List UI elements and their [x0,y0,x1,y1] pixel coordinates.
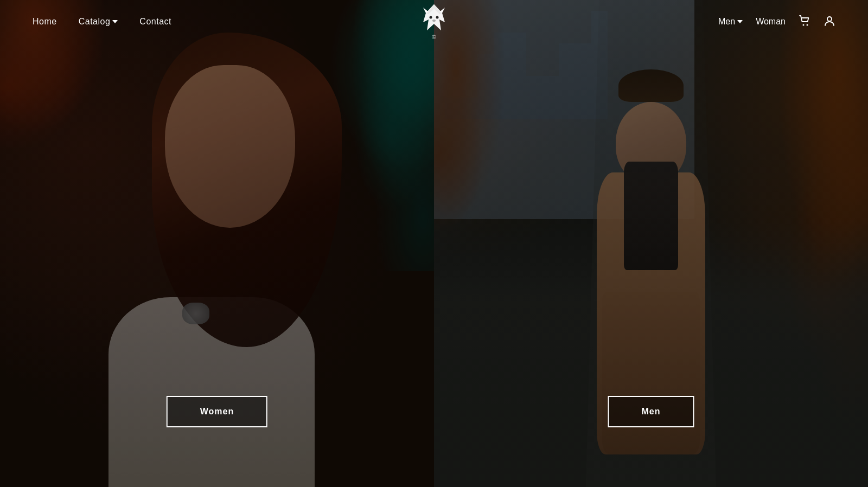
svg-point-7 [803,24,805,25]
catalog-link[interactable]: Catalog [79,17,118,27]
user-svg-icon [824,15,835,27]
svg-marker-2 [423,8,429,13]
woman-watch [182,303,209,324]
contact-link[interactable]: Contact [139,17,171,27]
cart-svg-icon [799,15,810,27]
svg-point-5 [436,16,439,19]
hero-right-panel: Men [434,0,868,487]
man-shirt [624,162,678,270]
woman-face [165,65,295,228]
men-chevron-down-icon [737,20,743,23]
brand-logo[interactable]: © [420,3,448,40]
home-link[interactable]: Home [33,17,57,27]
navbar: Home Catalog Contact © [0,0,868,43]
men-cta-button[interactable]: Men [608,396,694,427]
man-hair [618,69,684,102]
user-icon[interactable] [824,15,835,29]
hero-left-panel: Women [0,0,434,487]
cart-icon[interactable] [799,15,810,29]
logo-copyright: © [432,34,436,40]
svg-point-8 [807,24,808,25]
svg-point-4 [430,16,432,19]
svg-point-6 [432,20,436,22]
nav-right: Men Woman [718,15,835,29]
svg-point-9 [827,17,832,21]
women-cta-button[interactable]: Women [167,396,267,427]
men-nav-link[interactable]: Men [718,17,743,27]
catalog-chevron-down-icon [112,20,118,23]
svg-marker-3 [439,8,445,13]
nav-left: Home Catalog Contact [33,17,171,27]
woman-nav-link[interactable]: Woman [756,17,786,27]
wolf-logo-icon [420,3,448,33]
logo-container[interactable]: © [420,3,448,40]
hero-section: Women Men [0,0,868,487]
